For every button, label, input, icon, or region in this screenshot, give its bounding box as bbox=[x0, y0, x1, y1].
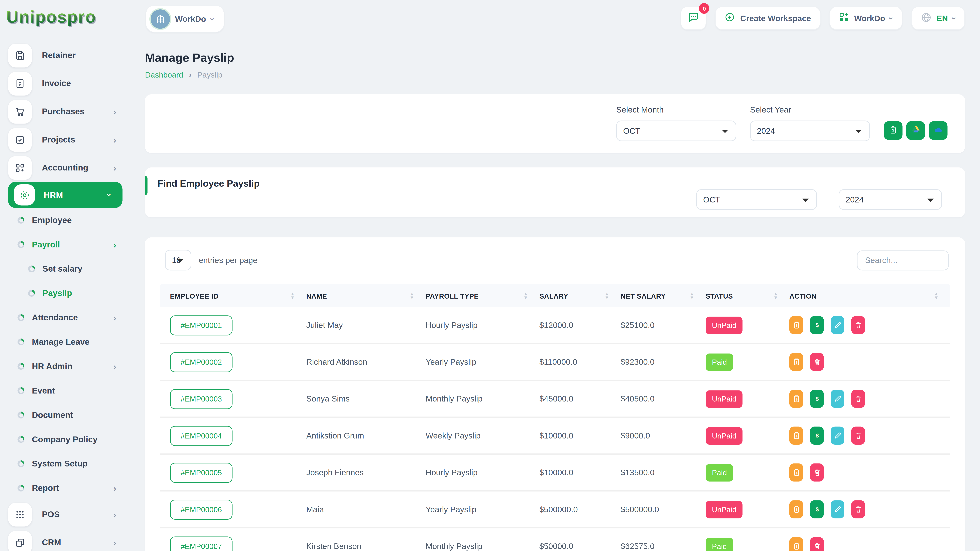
sort-icon[interactable]: ▲▼ bbox=[934, 292, 939, 299]
sidebar-item-invoice[interactable]: Invoice bbox=[0, 69, 139, 97]
sidebar-item-company-policy[interactable]: Company Policy bbox=[0, 427, 139, 452]
status-badge: UnPaid bbox=[706, 427, 743, 445]
name-cell: Juliet May bbox=[306, 320, 426, 330]
delete-button[interactable] bbox=[810, 464, 824, 482]
column-header-action[interactable]: ACTION▲▼ bbox=[789, 292, 950, 300]
pay-button[interactable]: $ bbox=[810, 316, 824, 334]
breadcrumb-separator-icon: › bbox=[189, 70, 192, 79]
find-year-select[interactable]: 2024 bbox=[839, 189, 942, 210]
chevron-down-icon: › bbox=[208, 17, 217, 20]
employee-id-link[interactable]: #EMP00005 bbox=[170, 462, 232, 483]
sidebar-item-purchases[interactable]: Purchases › bbox=[0, 97, 139, 126]
net-salary-cell: $13500.0 bbox=[620, 468, 706, 477]
name-cell: Antikstion Grum bbox=[306, 431, 426, 440]
sidebar-item-document[interactable]: Document bbox=[0, 403, 139, 427]
sidebar-item-set-salary[interactable]: Set salary bbox=[0, 257, 139, 281]
action-buttons: $$ bbox=[789, 500, 950, 518]
payslip-button[interactable]: $ bbox=[789, 316, 803, 334]
delete-button[interactable] bbox=[851, 500, 865, 518]
edit-button[interactable] bbox=[830, 316, 845, 334]
column-header-status[interactable]: STATUS▲▼ bbox=[706, 292, 789, 300]
sidebar-item-payslip[interactable]: Payslip bbox=[0, 281, 139, 305]
pay-button[interactable]: $ bbox=[810, 390, 824, 408]
sidebar-item-hrm[interactable]: HRM › bbox=[8, 182, 123, 208]
delete-button[interactable] bbox=[851, 316, 865, 334]
generate-payslip-button[interactable]: $ bbox=[884, 121, 903, 140]
employee-id-link[interactable]: #EMP00001 bbox=[170, 315, 232, 335]
employee-id-cell: #EMP00002 bbox=[160, 352, 306, 372]
sidebar-item-report[interactable]: Report › bbox=[0, 476, 139, 500]
sidebar-item-system-setup[interactable]: System Setup bbox=[0, 451, 139, 476]
employee-id-link[interactable]: #EMP00004 bbox=[170, 426, 232, 446]
sort-icon[interactable]: ▲▼ bbox=[773, 292, 778, 299]
delete-button[interactable] bbox=[810, 537, 824, 551]
edit-button[interactable] bbox=[830, 500, 845, 518]
sidebar-item-accounting[interactable]: Accounting › bbox=[0, 154, 139, 182]
name-cell: Richard Atkinson bbox=[306, 357, 426, 367]
sort-icon[interactable]: ▲▼ bbox=[290, 292, 295, 299]
sidebar-item-payroll[interactable]: Payroll › bbox=[0, 232, 139, 257]
entries-per-page-select[interactable]: 10 bbox=[165, 250, 191, 270]
sort-icon[interactable]: ▲▼ bbox=[410, 292, 414, 299]
payslip-button[interactable]: $ bbox=[789, 390, 803, 408]
sidebar-item-attendance[interactable]: Attendance › bbox=[0, 305, 139, 330]
table-controls: 10 entries per page bbox=[145, 250, 965, 270]
payslip-button[interactable]: $ bbox=[789, 500, 803, 518]
month-select[interactable]: OCT bbox=[616, 121, 736, 141]
sidebar-item-manage-leave[interactable]: Manage Leave bbox=[0, 330, 139, 354]
workdo-menu-button[interactable]: WorkDo › bbox=[829, 6, 902, 30]
status-cell: UnPaid bbox=[706, 427, 789, 445]
delete-button[interactable] bbox=[810, 353, 824, 371]
sidebar-item-pos[interactable]: POS › bbox=[0, 500, 139, 529]
sidebar-item-event[interactable]: Event bbox=[0, 378, 139, 403]
chevron-down-icon: › bbox=[887, 17, 896, 20]
payslip-button[interactable]: $ bbox=[789, 427, 803, 445]
employee-id-link[interactable]: #EMP00007 bbox=[170, 536, 232, 551]
table-row: #EMP00004 Antikstion Grum Weekly Payslip… bbox=[160, 418, 950, 455]
payslip-button[interactable]: $ bbox=[789, 353, 803, 371]
net-salary-cell: $9000.0 bbox=[620, 431, 706, 440]
delete-button[interactable] bbox=[851, 390, 865, 408]
select-year-group: Select Year 2024 bbox=[750, 105, 870, 141]
sort-icon[interactable]: ▲▼ bbox=[605, 292, 609, 299]
employee-id-link[interactable]: #EMP00006 bbox=[170, 499, 232, 519]
onedrive-export-button[interactable] bbox=[929, 121, 948, 140]
google-drive-export-button[interactable] bbox=[906, 121, 925, 140]
column-header-payroll-type[interactable]: PAYROLL TYPE▲▼ bbox=[426, 292, 539, 300]
find-month-select[interactable]: OCT bbox=[696, 189, 817, 210]
messages-count-badge: 0 bbox=[699, 3, 710, 14]
sidebar-item-crm[interactable]: CRM › bbox=[0, 529, 139, 551]
search-input[interactable] bbox=[857, 250, 948, 270]
employee-id-link[interactable]: #EMP00002 bbox=[170, 352, 232, 372]
payslip-button[interactable]: $ bbox=[789, 537, 803, 551]
create-workspace-button[interactable]: Create Workspace bbox=[715, 6, 820, 30]
status-cell: Paid bbox=[706, 464, 789, 481]
column-header-salary[interactable]: SALARY▲▼ bbox=[539, 292, 620, 300]
breadcrumb-dashboard-link[interactable]: Dashboard bbox=[145, 70, 183, 79]
pay-button[interactable]: $ bbox=[810, 500, 824, 518]
edit-button[interactable] bbox=[830, 427, 845, 445]
delete-button[interactable] bbox=[851, 427, 865, 445]
messages-button[interactable]: 0 bbox=[681, 6, 706, 30]
sidebar-item-hr-admin[interactable]: HR Admin › bbox=[0, 354, 139, 378]
payslip-button[interactable]: $ bbox=[789, 464, 803, 482]
pay-button[interactable]: $ bbox=[810, 427, 824, 445]
chevron-right-icon: › bbox=[113, 240, 116, 249]
sidebar-item-employee[interactable]: Employee bbox=[0, 208, 139, 232]
column-header-net-salary[interactable]: NET SALARY▲▼ bbox=[620, 292, 706, 300]
sidebar-item-projects[interactable]: Projects › bbox=[0, 125, 139, 154]
workspace-switcher[interactable]: WorkDo › bbox=[146, 5, 224, 33]
svg-text:$: $ bbox=[795, 434, 797, 438]
sort-icon[interactable]: ▲▼ bbox=[523, 292, 528, 299]
sort-icon[interactable]: ▲▼ bbox=[690, 292, 694, 299]
sidebar-item-retainer[interactable]: Retainer bbox=[0, 41, 139, 69]
net-salary-cell: $40500.0 bbox=[620, 394, 706, 403]
column-header-name[interactable]: NAME▲▼ bbox=[306, 292, 426, 300]
svg-text:$: $ bbox=[815, 506, 818, 513]
year-select[interactable]: 2024 bbox=[750, 121, 870, 141]
table-row: #EMP00001 Juliet May Hourly Payslip $120… bbox=[160, 307, 950, 344]
column-header-employee-id[interactable]: EMPLOYEE ID▲▼ bbox=[160, 292, 306, 300]
language-selector[interactable]: EN › bbox=[911, 6, 965, 30]
edit-button[interactable] bbox=[830, 390, 845, 408]
employee-id-link[interactable]: #EMP00003 bbox=[170, 389, 232, 409]
